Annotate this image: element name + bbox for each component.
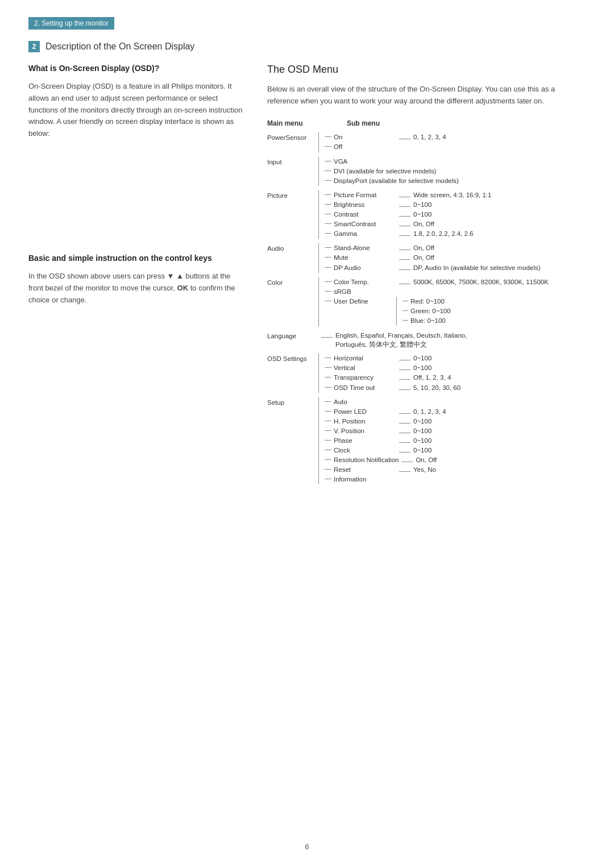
main-label-powersensor: PowerSensor bbox=[267, 132, 318, 142]
two-col-layout: What is On-Screen Display (OSD)? On-Scre… bbox=[28, 64, 586, 485]
tree-item-input: Input VGA DVI (available for selective m… bbox=[267, 157, 586, 186]
dash-reset bbox=[399, 471, 410, 472]
sub-label-hposition: H. Position bbox=[334, 417, 396, 426]
sub-label-srgb: sRGB bbox=[334, 287, 396, 296]
sub-label-off: Off bbox=[334, 142, 396, 151]
sub-item-brightness: Brightness 0~100 bbox=[325, 200, 586, 209]
sub-label-colortemp: Color Temp. bbox=[334, 277, 396, 286]
tree-item-powersensor: PowerSensor On 0, 1, 2, 3, 4 Off bbox=[267, 132, 586, 152]
main-label-input: Input bbox=[267, 157, 318, 167]
dash-gamma bbox=[399, 235, 410, 236]
sub-tree-color: Color Temp. 5000K, 6500K, 7500K, 8200K, … bbox=[318, 277, 586, 326]
value-vertical: 0~100 bbox=[413, 363, 432, 372]
language-connector-row: English, Español, Français, Deutsch, Ita… bbox=[318, 331, 586, 349]
value-resnotif: On, Off bbox=[416, 455, 437, 464]
value-clock: 0~100 bbox=[413, 446, 432, 455]
dash-horizontal bbox=[399, 360, 410, 360]
sub-label-auto: Auto bbox=[334, 397, 396, 406]
page-number: 6 bbox=[305, 842, 309, 851]
sub-tree-input: VGA DVI (available for selective models)… bbox=[318, 157, 586, 186]
sub-item-mute: Mute On, Off bbox=[325, 253, 586, 262]
sub-sub-tree-userdefine: Red: 0~100 Green: 0~100 Blue: 0~100 bbox=[396, 297, 451, 326]
section-number: 2 bbox=[28, 41, 40, 52]
tree-item-picture: Picture Picture Format Wide screen, 4:3,… bbox=[267, 190, 586, 239]
main-label-osdsettings: OSD Settings bbox=[267, 354, 318, 363]
breadcrumb: 2. Setting up the monitor bbox=[28, 17, 114, 30]
section-title: Description of the On Screen Display bbox=[45, 41, 194, 52]
value-language-line1: English, Español, Français, Deutsch, Ita… bbox=[335, 331, 467, 340]
value-hposition: 0~100 bbox=[413, 417, 432, 426]
dash-dpaudio bbox=[399, 269, 410, 270]
sub-label-userdefine: User Define bbox=[334, 297, 396, 306]
sub-item-picture-format: Picture Format Wide screen, 4:3, 16:9, 1… bbox=[325, 190, 586, 200]
main-label-audio: Audio bbox=[267, 243, 318, 253]
osd-menu-description: Below is an overall view of the structur… bbox=[267, 84, 586, 107]
tree-item-setup: Setup Auto Power LED 0, 1, 2, 3, 4 H. Po… bbox=[267, 397, 586, 485]
sub-item-auto: Auto bbox=[325, 397, 586, 406]
sub-label-picture-format: Picture Format bbox=[334, 190, 396, 200]
sub-item-clock: Clock 0~100 bbox=[325, 446, 586, 455]
sub-tree-language: English, Español, Français, Deutsch, Ita… bbox=[318, 331, 586, 349]
sub-item-osdtimeout: OSD Time out 5, 10, 20, 30, 60 bbox=[325, 383, 586, 392]
dash-hposition bbox=[399, 423, 410, 423]
sub-label-gamma: Gamma bbox=[334, 229, 396, 238]
dash-phase bbox=[399, 442, 410, 443]
sub-item-horizontal: Horizontal 0~100 bbox=[325, 354, 586, 363]
sub-tree-powersensor: On 0, 1, 2, 3, 4 Off bbox=[318, 132, 586, 152]
value-green: Green: 0~100 bbox=[410, 306, 451, 315]
dash-on bbox=[399, 139, 410, 139]
dash-vertical bbox=[399, 369, 410, 370]
sub-item-userdefine: User Define Red: 0~100 Green: 0~100 Blue… bbox=[325, 297, 586, 326]
sub-label-brightness: Brightness bbox=[334, 200, 396, 209]
value-dpaudio: DP, Audio In (available for selective mo… bbox=[413, 263, 541, 272]
sub-label-resnotif: Resolution Notification bbox=[334, 455, 399, 464]
sub-tree-audio: Stand-Alone On, Off Mute On, Off DP Audi… bbox=[318, 243, 586, 272]
main-label-color: Color bbox=[267, 277, 318, 287]
control-keys-text: In the OSD shown above users can press ▼… bbox=[28, 271, 244, 306]
sub-label-mute: Mute bbox=[334, 253, 396, 262]
sub-sub-item-green: Green: 0~100 bbox=[403, 306, 451, 315]
sub-item-information: Information bbox=[325, 475, 586, 484]
sub-label-transparency: Transparency bbox=[334, 373, 396, 382]
sub-label-vga: VGA bbox=[334, 157, 396, 166]
value-phase: 0~100 bbox=[413, 436, 432, 445]
tree-item-color: Color Color Temp. 5000K, 6500K, 7500K, 8… bbox=[267, 277, 586, 326]
sub-label-information: Information bbox=[334, 475, 396, 484]
value-red: Red: 0~100 bbox=[410, 297, 445, 306]
sub-label-powerled: Power LED bbox=[334, 407, 396, 416]
section-heading: 2 Description of the On Screen Display bbox=[28, 41, 586, 52]
sub-label-phase: Phase bbox=[334, 436, 396, 445]
sub-item-off: Off bbox=[325, 142, 586, 151]
tree-header-sub: Sub menu bbox=[347, 119, 415, 128]
sub-item-gamma: Gamma 1.8, 2.0, 2.2, 2.4, 2.6 bbox=[325, 229, 586, 238]
page-container: 2. Setting up the monitor 2 Description … bbox=[0, 0, 614, 868]
sub-label-vertical: Vertical bbox=[334, 363, 396, 372]
sub-label-displayport: DisplayPort (available for selective mod… bbox=[334, 176, 459, 185]
value-picture-format: Wide screen, 4:3, 16:9, 1:1 bbox=[413, 190, 491, 200]
tree-item-language: Language English, Español, Français, Deu… bbox=[267, 331, 586, 349]
sub-label-reset: Reset bbox=[334, 465, 396, 474]
ok-label: OK bbox=[177, 284, 189, 292]
sub-tree-setup: Auto Power LED 0, 1, 2, 3, 4 H. Position… bbox=[318, 397, 586, 485]
main-label-picture: Picture bbox=[267, 190, 318, 200]
value-gamma: 1.8, 2.0, 2.2, 2.4, 2.6 bbox=[413, 229, 474, 238]
sub-item-transparency: Transparency Off, 1, 2, 3, 4 bbox=[325, 373, 586, 382]
sub-item-standalone: Stand-Alone On, Off bbox=[325, 243, 586, 252]
dash-brightness bbox=[399, 206, 410, 207]
value-on: 0, 1, 2, 3, 4 bbox=[413, 132, 446, 142]
tree-headers: Main menu Sub menu bbox=[267, 119, 586, 128]
dash-powerled bbox=[399, 413, 410, 414]
dash-smartcontrast bbox=[399, 226, 410, 226]
dash-clock bbox=[399, 452, 410, 452]
main-label-setup: Setup bbox=[267, 397, 318, 407]
sub-item-srgb: sRGB bbox=[325, 287, 586, 296]
dash-standalone bbox=[399, 250, 410, 250]
sub-label-vposition: V. Position bbox=[334, 426, 396, 435]
value-transparency: Off, 1, 2, 3, 4 bbox=[413, 373, 451, 382]
value-standalone: On, Off bbox=[413, 243, 434, 252]
value-brightness: 0~100 bbox=[413, 200, 432, 209]
osd-what-heading: What is On-Screen Display (OSD)? bbox=[28, 64, 244, 73]
right-column: The OSD Menu Below is an overall view of… bbox=[267, 64, 586, 485]
sub-item-powerled: Power LED 0, 1, 2, 3, 4 bbox=[325, 407, 586, 416]
value-smartcontrast: On, Off bbox=[413, 219, 434, 229]
